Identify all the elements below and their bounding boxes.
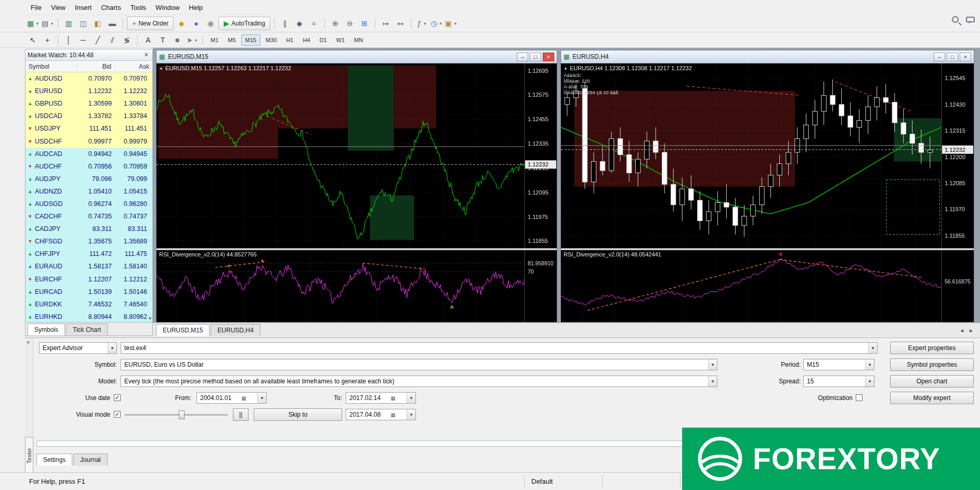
market-watch-row-audjpy[interactable]: ▲AUDJPY79.09679.099 xyxy=(25,173,152,185)
market-watch-row-cadjpy[interactable]: ▲CADJPY83.31183.311 xyxy=(25,223,152,235)
crosshair-button[interactable]: + xyxy=(41,33,54,47)
market-watch-row-euraud[interactable]: ▲EURAUD1.581371.58140 xyxy=(25,260,152,273)
indicators-button[interactable]: ƒ▾ xyxy=(415,17,428,30)
skip-to-button[interactable]: Skip to xyxy=(254,408,342,421)
new-order-button[interactable]: +New Order xyxy=(127,17,174,30)
market-watch-row-eurhkd[interactable]: ▲EURHKD8.809448.80962 xyxy=(25,311,152,322)
visual-mode-checkbox[interactable]: ✓ xyxy=(114,411,121,418)
timeframe-mn-button[interactable]: MN xyxy=(350,34,367,46)
to-date-input[interactable]: 2017.02.14▦▼ xyxy=(346,392,416,404)
market-watch-row-audchf[interactable]: ▼AUDCHF0.709560.70959 xyxy=(25,160,152,173)
chart-shift-button[interactable]: ↤ xyxy=(394,17,407,30)
timeframe-m15-button[interactable]: M15 xyxy=(241,34,260,46)
chart-tab-eurusd-m15[interactable]: EURUSD,M15 xyxy=(156,324,210,336)
equidistant-channel-button[interactable]: ⫽ xyxy=(106,33,119,47)
open-chart-button[interactable]: Open chart xyxy=(890,375,974,388)
arrows-button[interactable]: ➤▾ xyxy=(185,33,199,47)
data-window-button[interactable]: ◫ xyxy=(76,17,90,30)
timeframe-m1-button[interactable]: M1 xyxy=(206,34,223,46)
symbol-properties-button[interactable]: Symbol properties xyxy=(890,358,974,371)
market-watch-row-usdcad[interactable]: ▲USDCAD1.337821.33784 xyxy=(25,110,152,122)
tab-symbols[interactable]: Symbols xyxy=(28,324,65,336)
scroll-down-icon[interactable]: ▾ xyxy=(149,315,151,321)
tab-scroll-left-icon[interactable]: ◄ xyxy=(959,328,964,333)
menu-tools[interactable]: Tools xyxy=(126,2,151,14)
from-date-input[interactable]: 2004.01.01▦▼ xyxy=(197,392,267,404)
m15-title-bar[interactable]: ▦ EURUSD,M15 – □ × xyxy=(156,50,557,63)
minimize-icon[interactable]: – xyxy=(934,53,945,61)
expert-file-select[interactable]: test.ex4▼ xyxy=(121,342,878,354)
zoom-out-button[interactable]: ⊖ xyxy=(343,17,357,30)
symbol-select[interactable]: EURUSD, Euro vs US Dollar▼ xyxy=(121,359,717,370)
market-watch-row-eurusd[interactable]: ▲EURUSD1.122321.12232 xyxy=(25,85,152,97)
tile-windows-button[interactable]: ⊞ xyxy=(358,17,371,30)
column-symbol[interactable]: Symbol xyxy=(25,63,77,70)
trendline-button[interactable]: ╱ xyxy=(91,33,104,47)
close-icon[interactable]: ✕ xyxy=(142,51,150,58)
shapes-button[interactable]: ■ xyxy=(171,33,184,47)
market-watch-row-eurchf[interactable]: ▼EURCHF1.122071.12212 xyxy=(25,273,152,286)
h4-title-bar[interactable]: ▦ EURUSD,H4 – □ × xyxy=(561,50,974,63)
market-watch-row-eurcad[interactable]: ▲EURCAD1.501391.50146 xyxy=(25,286,152,298)
market-watch-row-gbpusd[interactable]: ▲GBPUSD1.305991.30601 xyxy=(25,97,152,110)
timeframe-m5-button[interactable]: M5 xyxy=(224,34,240,46)
expert-properties-button[interactable]: Expert properties xyxy=(890,342,974,354)
spread-select[interactable]: 15▼ xyxy=(803,376,874,387)
candlestick-chart-button[interactable]: ◆ xyxy=(293,17,306,30)
slider-thumb[interactable] xyxy=(179,410,185,419)
model-select[interactable]: Every tick (the most precise method base… xyxy=(121,376,717,387)
restore-icon[interactable]: □ xyxy=(947,53,958,61)
modify-expert-button[interactable]: Modify expert xyxy=(890,392,974,404)
status-profile[interactable]: Default xyxy=(531,473,553,490)
h4-price-chart[interactable]: 1.125451.124301.123151.122001.120851.119… xyxy=(561,63,974,248)
minimize-icon[interactable]: – xyxy=(517,53,528,61)
timeframe-h1-button[interactable]: H1 xyxy=(282,34,297,46)
periods-button[interactable]: ◷▾ xyxy=(429,17,443,30)
visual-speed-slider[interactable] xyxy=(125,409,228,420)
navigator-button[interactable]: ◧ xyxy=(91,17,104,30)
text-label-button[interactable]: T xyxy=(156,33,169,47)
metaeditor-button[interactable]: ◆ xyxy=(175,17,188,30)
community-button[interactable]: ◉ xyxy=(204,17,217,30)
tester-tab-settings[interactable]: Settings xyxy=(36,454,72,466)
metaquotes-button[interactable]: ● xyxy=(189,17,203,30)
column-ask[interactable]: Ask xyxy=(115,63,152,70)
close-icon[interactable]: × xyxy=(543,53,554,61)
bar-chart-button[interactable]: ∥ xyxy=(278,17,292,30)
auto-scroll-button[interactable]: ↦ xyxy=(379,17,393,30)
market-watch-row-chfjpy[interactable]: ▲CHFJPY111.472111.475 xyxy=(25,248,152,260)
line-chart-button[interactable]: ≈ xyxy=(307,17,321,30)
close-icon[interactable]: × xyxy=(27,339,30,345)
market-watch-row-audsgd[interactable]: ▲AUDSGD0.962740.96280 xyxy=(25,198,152,210)
cursor-button[interactable]: ↖ xyxy=(26,33,40,47)
restore-icon[interactable]: □ xyxy=(530,53,541,61)
market-watch-row-eurdkk[interactable]: ▲EURDKK7.465327.46540 xyxy=(25,298,152,311)
chart-tab-eurusd-h4[interactable]: EURUSD,H4 xyxy=(211,324,260,336)
timeframe-w1-button[interactable]: W1 xyxy=(332,34,349,46)
timeframe-m30-button[interactable]: M30 xyxy=(262,34,281,46)
chat-icon[interactable] xyxy=(966,17,975,22)
search-icon[interactable] xyxy=(952,16,959,23)
skip-to-date-input[interactable]: 2017.04.08▦▼ xyxy=(346,409,416,420)
pause-button[interactable]: || xyxy=(233,408,249,421)
column-bid[interactable]: Bid xyxy=(77,63,115,70)
market-watch-column-headers[interactable]: Symbol Bid Ask xyxy=(25,61,152,72)
optimization-checkbox[interactable] xyxy=(856,394,863,401)
timeframe-h4-button[interactable]: H4 xyxy=(298,34,314,46)
menu-file[interactable]: File xyxy=(26,2,46,14)
terminal-button[interactable]: ▬ xyxy=(106,17,119,30)
menu-charts[interactable]: Charts xyxy=(96,2,125,14)
market-watch-row-cadchf[interactable]: ▼CADCHF0.747350.74737 xyxy=(25,210,152,223)
menu-help[interactable]: Help xyxy=(184,2,207,14)
use-date-checkbox[interactable]: ✓ xyxy=(114,394,121,401)
templates-button[interactable]: ▣▾ xyxy=(444,17,458,30)
tab-scroll-right-icon[interactable]: ► xyxy=(969,328,974,333)
vertical-line-button[interactable]: │ xyxy=(62,33,75,47)
market-watch-row-audnzd[interactable]: ▲AUDNZD1.054101.05415 xyxy=(25,185,152,198)
horizontal-line-button[interactable]: ─ xyxy=(76,33,90,47)
new-chart-button[interactable]: ▦▾ xyxy=(26,17,40,30)
tab-tick-chart[interactable]: Tick Chart xyxy=(66,324,108,336)
market-watch-row-chfsgd[interactable]: ▼CHFSGD1.356751.35689 xyxy=(25,235,152,248)
text-button[interactable]: A xyxy=(141,33,155,47)
period-select[interactable]: M15▼ xyxy=(803,359,874,370)
